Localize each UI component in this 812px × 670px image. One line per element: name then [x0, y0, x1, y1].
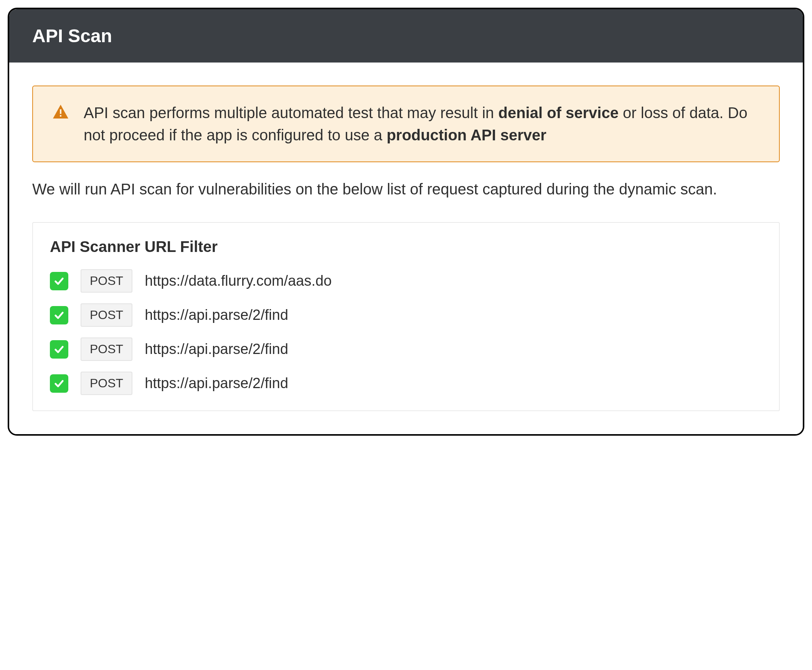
warning-text: API scan performs multiple automated tes…	[84, 102, 761, 146]
request-row: POSThttps://api.parse/2/find	[50, 372, 762, 395]
svg-rect-1	[60, 115, 61, 117]
svg-rect-0	[60, 109, 61, 114]
request-row: POSThttps://api.parse/2/find	[50, 337, 762, 361]
http-method-badge: POST	[81, 372, 132, 395]
request-row: POSThttps://api.parse/2/find	[50, 303, 762, 327]
warning-alert: API scan performs multiple automated tes…	[32, 86, 780, 162]
page-title: API Scan	[32, 25, 780, 46]
alert-part-1: API scan performs multiple automated tes…	[84, 104, 498, 121]
warning-icon	[51, 103, 70, 146]
request-checkbox[interactable]	[50, 306, 68, 325]
request-url: https://data.flurry.com/aas.do	[145, 273, 332, 289]
api-scan-panel: API Scan API scan performs multiple auto…	[8, 8, 804, 436]
alert-bold-1: denial of service	[498, 104, 618, 121]
http-method-badge: POST	[81, 337, 132, 361]
http-method-badge: POST	[81, 303, 132, 327]
filter-title: API Scanner URL Filter	[50, 238, 762, 255]
request-checkbox[interactable]	[50, 272, 68, 290]
request-checkbox[interactable]	[50, 340, 68, 359]
url-filter-card: API Scanner URL Filter POSThttps://data.…	[32, 222, 780, 411]
panel-header: API Scan	[9, 9, 803, 63]
request-row: POSThttps://data.flurry.com/aas.do	[50, 269, 762, 293]
requests-list: POSThttps://data.flurry.com/aas.doPOSTht…	[50, 269, 762, 395]
panel-body: API scan performs multiple automated tes…	[9, 63, 803, 434]
request-checkbox[interactable]	[50, 374, 68, 393]
request-url: https://api.parse/2/find	[145, 307, 288, 323]
request-url: https://api.parse/2/find	[145, 375, 288, 392]
intro-text: We will run API scan for vulnerabilities…	[32, 178, 780, 201]
http-method-badge: POST	[81, 269, 132, 293]
request-url: https://api.parse/2/find	[145, 341, 288, 357]
alert-bold-2: production API server	[387, 127, 546, 144]
